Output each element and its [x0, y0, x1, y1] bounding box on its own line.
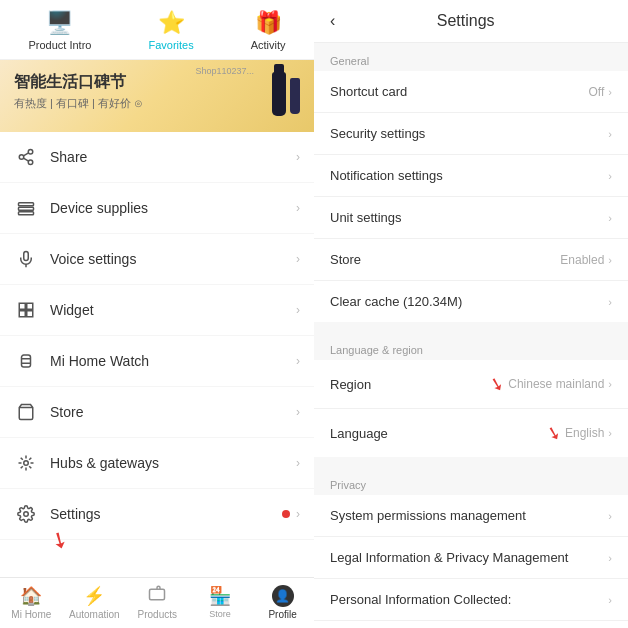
svg-line-3	[23, 158, 28, 161]
nav-label-activity: Activity	[251, 39, 286, 51]
settings-row-notification[interactable]: Notification settings ›	[314, 155, 628, 197]
menu-item-voice-settings[interactable]: Voice settings ›	[0, 234, 314, 285]
settings-group-general: Shortcut card Off › Security settings › …	[314, 71, 628, 322]
settings-row-clear-cache[interactable]: Clear cache (120.34M) ›	[314, 281, 628, 322]
svg-rect-9	[19, 303, 25, 309]
tab-products[interactable]: Products	[132, 584, 182, 620]
automation-tab-icon: ⚡	[83, 585, 105, 607]
menu-label-voice-settings: Voice settings	[50, 251, 296, 267]
shortcut-card-label: Shortcut card	[330, 84, 589, 99]
svg-point-2	[28, 160, 33, 165]
system-permissions-arrow: ›	[608, 510, 612, 522]
menu-label-settings: Settings	[50, 506, 282, 522]
mi-home-watch-icon	[14, 349, 38, 373]
settings-row-language[interactable]: Language ➘ English ›	[314, 409, 628, 457]
product-intro-icon: 🖥️	[46, 10, 73, 36]
store-settings-value: Enabled	[560, 253, 604, 267]
banner[interactable]: 智能生活口碑节 有热度 | 有口碑 | 有好价 ⊙ Shop110237...	[0, 60, 314, 132]
nav-item-activity[interactable]: 🎁 Activity	[251, 10, 286, 51]
svg-rect-12	[27, 311, 33, 317]
device-supplies-icon	[14, 196, 38, 220]
tab-store[interactable]: 🏪 Store	[195, 585, 245, 619]
profile-avatar: 👤	[272, 585, 294, 607]
nav-item-favorites[interactable]: ⭐ Favorites	[148, 10, 193, 51]
settings-row-store[interactable]: Store Enabled ›	[314, 239, 628, 281]
menu-label-widget: Widget	[50, 302, 296, 318]
tab-label-automation: Automation	[69, 609, 120, 620]
voice-settings-arrow: ›	[296, 252, 300, 266]
favorites-icon: ⭐	[158, 10, 185, 36]
tab-mi-home[interactable]: 🏠 Mi Home	[6, 585, 56, 620]
menu-label-store: Store	[50, 404, 296, 420]
store-settings-label: Store	[330, 252, 560, 267]
svg-point-18	[24, 512, 29, 517]
nav-label-favorites: Favorites	[148, 39, 193, 51]
settings-row-unit[interactable]: Unit settings ›	[314, 197, 628, 239]
settings-row-shortcut-card[interactable]: Shortcut card Off ›	[314, 71, 628, 113]
security-settings-label: Security settings	[330, 126, 608, 141]
nav-label-product-intro: Product Intro	[28, 39, 91, 51]
back-button[interactable]: ‹	[330, 12, 335, 30]
activity-icon: 🎁	[255, 10, 282, 36]
settings-row-personal-info[interactable]: Personal Information Collected: ›	[314, 579, 628, 621]
menu-item-mi-home-watch[interactable]: Mi Home Watch ›	[0, 336, 314, 387]
tab-profile[interactable]: 👤 Profile	[258, 585, 308, 620]
settings-row-security[interactable]: Security settings ›	[314, 113, 628, 155]
svg-rect-7	[19, 212, 34, 215]
region-red-arrow: ➘	[487, 371, 507, 396]
banner-badge: Shop110237...	[195, 66, 254, 76]
share-arrow: ›	[296, 150, 300, 164]
menu-item-settings[interactable]: Settings ➘ ›	[0, 489, 314, 540]
settings-notification-dot	[282, 510, 290, 518]
bottle-decoration	[272, 72, 286, 116]
settings-row-legal-privacy[interactable]: Legal Information & Privacy Management ›	[314, 537, 628, 579]
region-value: Chinese mainland	[508, 377, 604, 391]
system-permissions-label: System permissions management	[330, 508, 608, 523]
tab-automation[interactable]: ⚡ Automation	[69, 585, 120, 620]
settings-row-region[interactable]: Region ➘ Chinese mainland ›	[314, 360, 628, 409]
menu-item-hubs-gateways[interactable]: Hubs & gateways ›	[0, 438, 314, 489]
store-settings-arrow: ›	[608, 254, 612, 266]
store-arrow: ›	[296, 405, 300, 419]
section-label-privacy: Privacy	[314, 467, 628, 495]
settings-row-system-permissions[interactable]: System permissions management ›	[314, 495, 628, 537]
svg-rect-11	[19, 311, 25, 317]
settings-arrow: ›	[296, 507, 300, 521]
legal-privacy-label: Legal Information & Privacy Management	[330, 550, 608, 565]
unit-settings-arrow: ›	[608, 212, 612, 224]
svg-rect-5	[19, 203, 34, 206]
menu-item-store[interactable]: Store ›	[0, 387, 314, 438]
right-panel: › ‹ Settings General Shortcut card Off ›…	[314, 0, 628, 628]
store-tab-icon: 🏪	[209, 585, 231, 607]
svg-rect-10	[27, 303, 33, 309]
language-arrow: ›	[608, 427, 612, 439]
left-panel: 🖥️ Product Intro ⭐ Favorites 🎁 Activity …	[0, 0, 314, 628]
hubs-gateways-icon	[14, 451, 38, 475]
settings-red-arrow: ➘	[45, 524, 74, 556]
settings-title: Settings	[345, 12, 586, 30]
settings-body: General Shortcut card Off › Security set…	[314, 43, 628, 628]
nav-item-product-intro[interactable]: 🖥️ Product Intro	[28, 10, 91, 51]
menu-item-widget[interactable]: Widget ›	[0, 285, 314, 336]
section-label-general: General	[314, 43, 628, 71]
clear-cache-arrow: ›	[608, 296, 612, 308]
personal-info-label: Personal Information Collected:	[330, 592, 608, 607]
mi-home-watch-arrow: ›	[296, 354, 300, 368]
divider-1	[314, 322, 628, 332]
products-tab-icon	[148, 584, 166, 607]
hubs-gateways-arrow: ›	[296, 456, 300, 470]
svg-rect-6	[19, 207, 34, 210]
language-value: English	[565, 426, 604, 440]
widget-icon	[14, 298, 38, 322]
tab-label-products: Products	[138, 609, 177, 620]
menu-item-device-supplies[interactable]: Device supplies ›	[0, 183, 314, 234]
svg-point-1	[19, 155, 24, 160]
menu-item-share[interactable]: Share ›	[0, 132, 314, 183]
region-label: Region	[330, 377, 489, 392]
share-icon	[14, 145, 38, 169]
notification-settings-label: Notification settings	[330, 168, 608, 183]
settings-icon	[14, 502, 38, 526]
menu-label-share: Share	[50, 149, 296, 165]
settings-row-info-shared[interactable]: Information Shared with Third Parties ›	[314, 621, 628, 628]
menu-list: Share › Device supplies › Voice settings…	[0, 132, 314, 577]
